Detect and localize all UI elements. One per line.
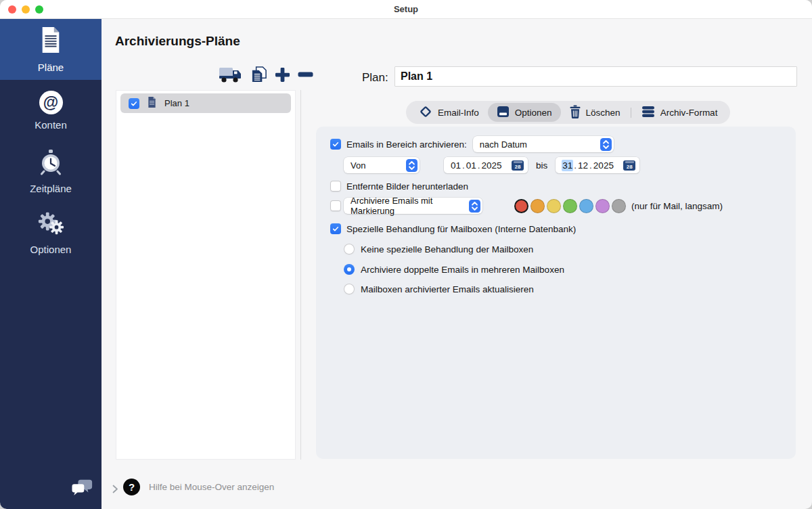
tab-label: Archiv-Format [660, 108, 718, 118]
document-icon [39, 26, 63, 57]
diamond-icon [419, 105, 432, 120]
sidebar-item-label: Zeitpläne [30, 183, 72, 194]
download-images-label: Entfernte Bilder herunterladen [346, 181, 468, 192]
date-month[interactable]: 01 [466, 160, 477, 171]
flag-color-dot[interactable] [563, 199, 577, 213]
chat-bubbles-icon[interactable] [72, 478, 93, 501]
sidebar-item-label: Optionen [30, 244, 72, 255]
tab-separator [631, 108, 631, 118]
remove-icon[interactable] [298, 72, 313, 77]
radio-label: Mailboxen archivierter Emails aktualisie… [361, 284, 534, 294]
date-from-field[interactable]: 01.01.2025 28 [444, 157, 528, 173]
tab-archiv-format[interactable]: Archiv-Format [633, 103, 727, 122]
sidebar-item-konten[interactable]: @ Konten [0, 80, 102, 141]
tab-optionen[interactable]: Optionen [488, 103, 561, 122]
help-text: Hilfe bei Mouse-Over anzeigen [149, 482, 274, 492]
plan-list: Plan 1 [116, 90, 296, 460]
sidebar-item-optionen[interactable]: Optionen [0, 202, 102, 263]
radio-archive-duplicates[interactable] [344, 264, 355, 275]
mailbox-handling-checkbox[interactable] [330, 223, 341, 234]
dropdown-value: Archiviere Emails mit Markierung [351, 196, 469, 216]
sidebar: Pläne @ Konten Zeitpläne Optionen [0, 19, 102, 509]
download-images-checkbox[interactable] [330, 181, 341, 192]
plan-name-input[interactable] [394, 66, 797, 87]
stepper-icon [469, 200, 480, 213]
calendar-icon[interactable]: 28 [623, 160, 635, 171]
sidebar-item-label: Konten [35, 119, 67, 131]
plan-name-label: Plan: [362, 71, 388, 85]
flag-color-dot[interactable] [579, 199, 593, 213]
flag-color-dot[interactable] [612, 199, 626, 213]
plan-tabbar: Email-Info Optionen Löschen Archiv-Forma… [406, 101, 730, 124]
tab-label: Löschen [586, 108, 621, 118]
date-day[interactable]: 31 [562, 160, 573, 171]
setup-window: Setup Pläne @ Konten Zeitpläne Optionen [0, 0, 812, 509]
chevron-right-icon[interactable] [112, 484, 118, 496]
main-area: Archivierungs-Pläne [102, 19, 812, 509]
duplicate-icon[interactable] [250, 66, 267, 84]
range-mode-dropdown[interactable]: nach Datum [473, 136, 614, 152]
mailbox-handling-label: Spezielle Behandlung für Mailboxen (Inte… [346, 224, 576, 234]
trash-icon [570, 105, 581, 120]
tab-email-info[interactable]: Email-Info [410, 103, 488, 122]
date-year[interactable]: 2025 [481, 160, 503, 171]
sidebar-item-zeitplaene[interactable]: Zeitpläne [0, 141, 102, 202]
range-edge-dropdown[interactable]: Von [344, 157, 420, 173]
options-panel: Emails in Bereich archivieren: nach Datu… [316, 127, 796, 459]
flag-filter-dropdown[interactable]: Archiviere Emails mit Markierung [344, 198, 482, 214]
radio-label: Keine spezielle Behandlung der Mailboxen [361, 244, 533, 255]
sidebar-item-plaene[interactable]: Pläne [0, 19, 102, 80]
database-icon [641, 106, 655, 120]
archive-range-label: Emails in Bereich archivieren: [346, 139, 467, 150]
truck-icon[interactable] [219, 65, 243, 84]
flag-color-dot[interactable] [514, 199, 528, 213]
plan-list-toolbar [219, 64, 313, 85]
window-title: Setup [0, 0, 812, 19]
radio-update-mailboxes[interactable] [344, 284, 355, 294]
sidebar-item-label: Pläne [38, 62, 64, 73]
tab-label: Email-Info [438, 108, 479, 118]
flag-color-dots [514, 199, 626, 213]
panel-divider [300, 90, 301, 460]
flag-color-dot[interactable] [595, 199, 610, 213]
flag-filter-note: (nur für Mail, langsam) [631, 201, 723, 211]
plan-row-label: Plan 1 [164, 98, 189, 108]
flag-color-dot[interactable] [547, 199, 561, 213]
date-year[interactable]: 2025 [593, 160, 614, 171]
archive-range-checkbox[interactable] [330, 139, 341, 150]
plan-document-icon [147, 96, 157, 110]
plan-enabled-checkbox[interactable] [129, 98, 139, 109]
gears-icon [37, 209, 65, 239]
add-icon[interactable] [275, 67, 290, 83]
date-between-label: bis [536, 160, 547, 171]
flag-filter-checkbox[interactable] [330, 200, 341, 211]
at-icon: @ [39, 91, 63, 114]
tab-label: Optionen [515, 108, 552, 118]
title-bar: Setup [0, 0, 812, 19]
help-icon[interactable]: ? [123, 479, 140, 495]
panel-icon [497, 106, 510, 120]
date-to-field[interactable]: 31.12.2025 28 [556, 157, 639, 173]
radio-label: Archiviere doppelte Emails in mehreren M… [361, 265, 564, 275]
stepper-icon [406, 159, 418, 172]
page-title: Archivierungs-Pläne [115, 34, 240, 49]
dropdown-value: nach Datum [480, 139, 527, 150]
date-day[interactable]: 01 [450, 160, 461, 171]
date-month[interactable]: 12 [577, 160, 589, 171]
plan-list-row[interactable]: Plan 1 [120, 93, 291, 113]
stepper-icon [600, 138, 612, 151]
radio-no-special-handling[interactable] [344, 244, 355, 255]
calendar-icon[interactable]: 28 [512, 160, 524, 171]
alarm-clock-icon [37, 148, 64, 178]
flag-color-dot[interactable] [531, 199, 545, 213]
tab-loeschen[interactable]: Löschen [561, 103, 629, 122]
dropdown-value: Von [351, 160, 365, 171]
